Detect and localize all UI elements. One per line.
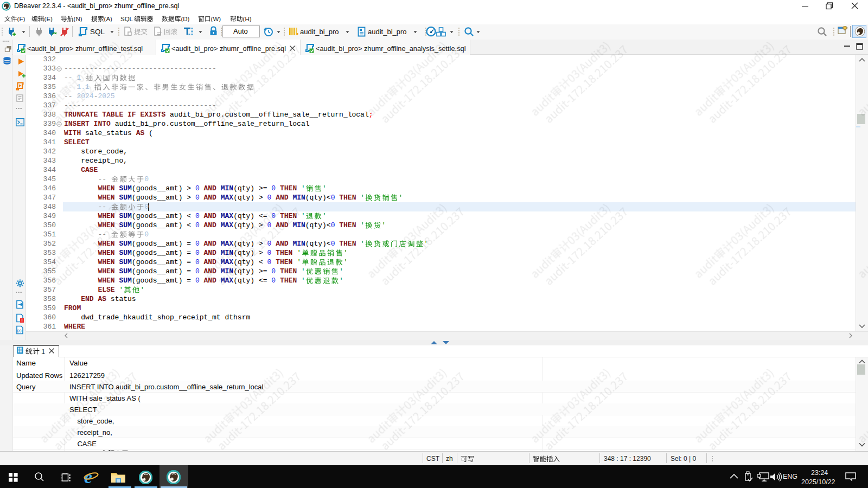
svg-text:(x): (x): [17, 329, 22, 333]
